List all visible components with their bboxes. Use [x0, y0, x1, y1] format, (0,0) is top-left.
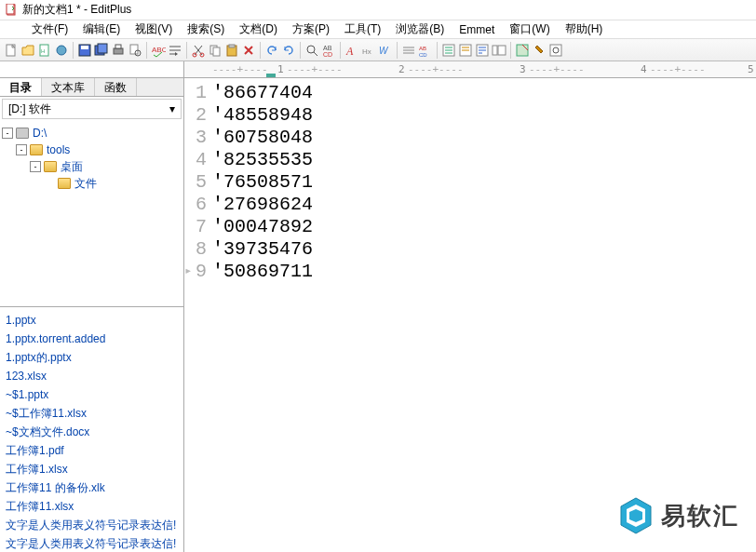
- file-item[interactable]: ~$工作簿11.xlsx: [6, 404, 178, 423]
- file-item[interactable]: 工作簿1.xlsx: [6, 460, 178, 478]
- save-icon[interactable]: [77, 43, 92, 58]
- menu-view[interactable]: 视图(V): [129, 20, 178, 38]
- settings-icon[interactable]: [548, 43, 563, 58]
- toolbar-separator: [146, 42, 147, 59]
- file-item[interactable]: 1.pptx的.pptx: [6, 348, 178, 367]
- svg-rect-11: [115, 45, 121, 48]
- tree-toggle-icon[interactable]: -: [30, 161, 41, 172]
- menu-help[interactable]: 帮助(H): [560, 20, 609, 38]
- menu-browser[interactable]: 浏览器(B): [390, 20, 450, 38]
- tree-item-folder[interactable]: 文件: [2, 175, 182, 192]
- directory-icon[interactable]: [441, 43, 456, 58]
- new-html-icon[interactable]: H: [37, 43, 52, 58]
- tree-item-folder[interactable]: - tools: [2, 141, 182, 158]
- drive-selector[interactable]: [D:] 软件 ▾: [2, 99, 182, 119]
- hex-icon[interactable]: Hx: [361, 43, 376, 58]
- code-line[interactable]: '86677404: [212, 82, 756, 104]
- line-number: 6: [184, 194, 207, 216]
- cut-icon[interactable]: [191, 43, 206, 58]
- file-item[interactable]: 工作簿11 的备份.xlk: [6, 478, 178, 497]
- toolbar-separator: [397, 42, 398, 59]
- file-item[interactable]: 文字是人类用表义符号记录表达信!: [6, 516, 178, 534]
- menu-file[interactable]: 文件(F): [26, 20, 74, 38]
- svg-text:CD: CD: [323, 51, 332, 58]
- save-all-icon[interactable]: [94, 43, 109, 58]
- chevron-down-icon: ▾: [169, 102, 175, 115]
- code-line[interactable]: '27698624: [212, 194, 756, 216]
- menu-tools[interactable]: 工具(T): [339, 20, 386, 38]
- file-item[interactable]: 1.pptx: [6, 311, 178, 330]
- replace-icon[interactable]: ABCD: [321, 43, 336, 58]
- menu-emmet[interactable]: Emmet: [453, 22, 500, 37]
- toolbar-separator: [300, 42, 301, 59]
- file-item[interactable]: ~$文档文件.docx: [6, 423, 178, 441]
- delete-icon[interactable]: [241, 43, 256, 58]
- redo-icon[interactable]: [281, 43, 296, 58]
- svg-rect-33: [498, 46, 506, 55]
- code-folding-icon[interactable]: ABCD: [418, 43, 433, 58]
- line-number: 8: [184, 238, 207, 261]
- code-line[interactable]: '48558948: [212, 104, 756, 127]
- find-icon[interactable]: [304, 43, 319, 58]
- svg-rect-35: [550, 45, 561, 56]
- svg-rect-12: [130, 45, 138, 54]
- preferences-icon[interactable]: [515, 43, 530, 58]
- toolbar-separator: [340, 42, 341, 59]
- code-line[interactable]: '60758048: [212, 127, 756, 149]
- code-line[interactable]: '50869711: [212, 261, 756, 283]
- wordwrap-icon[interactable]: [168, 43, 182, 58]
- browser-view-icon[interactable]: W: [378, 43, 393, 58]
- watermark-logo-icon: [618, 496, 654, 535]
- svg-rect-18: [213, 47, 220, 56]
- file-item[interactable]: 工作簿1.pdf: [6, 441, 178, 460]
- tree-item-label: tools: [47, 143, 70, 156]
- menu-edit[interactable]: 编辑(E): [77, 20, 126, 38]
- svg-text:W: W: [379, 46, 389, 56]
- menu-window[interactable]: 窗口(W): [504, 20, 555, 38]
- spellcheck-icon[interactable]: ABC: [151, 43, 166, 58]
- code-content[interactable]: '86677404 '48558948 '60758048 '82535535 …: [212, 78, 756, 552]
- file-item[interactable]: 工作簿11.xlsx: [6, 497, 178, 516]
- print-icon[interactable]: [111, 43, 126, 58]
- tree-toggle-icon[interactable]: -: [16, 144, 27, 155]
- menu-search[interactable]: 搜索(S): [182, 20, 230, 38]
- folder-icon: [30, 144, 43, 155]
- code-line[interactable]: '82535535: [212, 149, 756, 171]
- tree-item-drive[interactable]: - D:\: [2, 125, 182, 141]
- print-preview-icon[interactable]: [128, 43, 142, 58]
- paste-icon[interactable]: [224, 43, 239, 58]
- cliptext-icon[interactable]: [458, 43, 473, 58]
- menu-document[interactable]: 文档(D): [234, 20, 283, 38]
- tree-toggle-icon[interactable]: -: [2, 128, 13, 139]
- font-icon[interactable]: A: [344, 43, 359, 58]
- tree-item-folder[interactable]: - 桌面: [2, 158, 182, 175]
- user-tool-icon[interactable]: [532, 43, 547, 58]
- output-icon[interactable]: [475, 43, 490, 58]
- editor-area[interactable]: ▸ 1 2 3 4 5 6 7 8 9 '86677404 '48558948 …: [184, 78, 756, 552]
- title-bar: 新的文档1 * - EditPlus: [0, 0, 756, 20]
- file-item[interactable]: 文字是人类用表义符号记录表达信!: [6, 534, 178, 552]
- file-item[interactable]: 123.xlsx: [6, 367, 178, 385]
- menu-project[interactable]: 方案(P): [287, 20, 335, 38]
- file-item[interactable]: 1.pptx.torrent.added: [6, 330, 178, 348]
- menu-bar: 文件(F) 编辑(E) 视图(V) 搜索(S) 文档(D) 方案(P) 工具(T…: [0, 20, 756, 39]
- new-browser-icon[interactable]: [54, 43, 69, 58]
- main-area: 目录 文本库 函数 [D:] 软件 ▾ - D:\ - tools -: [0, 78, 756, 552]
- new-file-icon[interactable]: [4, 43, 19, 58]
- open-file-icon[interactable]: [20, 43, 35, 58]
- svg-rect-7: [81, 46, 88, 49]
- ruler-row: ----+---- 1 ----+---- 2 ----+---- 3 ----…: [0, 61, 756, 78]
- code-line[interactable]: '39735476: [212, 238, 756, 261]
- code-line[interactable]: '00047892: [212, 216, 756, 238]
- sidebar-tab-cliptext[interactable]: 文本库: [42, 78, 95, 96]
- copy-icon[interactable]: [208, 43, 223, 58]
- document-selector-icon[interactable]: [492, 43, 506, 58]
- code-line[interactable]: '76508571: [212, 171, 756, 194]
- column-marker-icon[interactable]: [401, 43, 416, 58]
- sidebar-tab-directory[interactable]: 目录: [0, 78, 42, 96]
- undo-icon[interactable]: [264, 43, 279, 58]
- file-item[interactable]: ~$1.pptx: [6, 385, 178, 404]
- sidebar-tab-functions[interactable]: 函数: [95, 78, 137, 96]
- svg-rect-20: [229, 45, 235, 47]
- drive-selector-label: [D:] 软件: [8, 101, 51, 117]
